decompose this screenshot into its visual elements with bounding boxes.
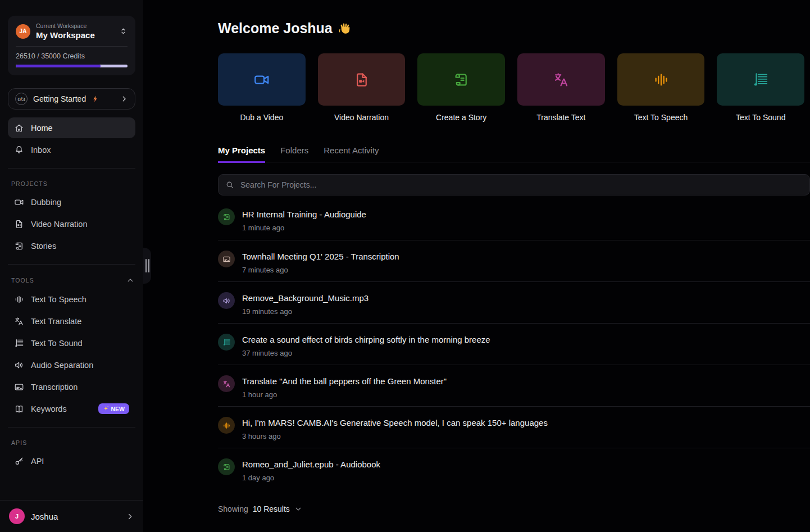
video-camera-icon [14, 197, 24, 207]
translate-icon [553, 71, 570, 88]
sidebar-item-text-to-speech[interactable]: Text To Speech [8, 289, 135, 310]
file-video-icon [353, 71, 370, 88]
lightning-bolt-icon [92, 95, 99, 103]
sidebar-item-api[interactable]: API [8, 451, 135, 471]
sidebar-item-label: Audio Separation [31, 361, 93, 370]
tools-section-header: TOOLS [11, 276, 132, 284]
new-badge-label: NEW [111, 406, 125, 412]
sidebar-item-text-translate[interactable]: Text Translate [8, 311, 135, 331]
user-menu[interactable]: J Joshua [0, 500, 143, 532]
main-content: Welcome Joshua Dub a Video Video Narrati… [143, 0, 810, 532]
sidebar: JA Current Workspace My Workspace 26510 … [0, 0, 143, 532]
quick-action-cards: Dub a Video Video Narration Create a Sto… [218, 53, 804, 122]
sidebar-item-keywords[interactable]: Keywords NEW [8, 398, 135, 419]
project-title: HR Internal Training - Audioguide [242, 207, 366, 219]
bell-icon [14, 145, 24, 155]
unfold-icon [119, 27, 128, 35]
transcription-icon [14, 382, 24, 392]
project-row[interactable]: HR Internal Training - Audioguide 1 minu… [218, 198, 810, 240]
card-text-to-sound[interactable]: Text To Sound [717, 53, 804, 122]
project-title: Translate "And the ball peppers off the … [242, 374, 447, 385]
projects-section-header: PROJECTS [11, 180, 132, 187]
sidebar-item-label: Dubbing [31, 198, 61, 207]
project-row[interactable]: Translate "And the ball peppers off the … [218, 365, 810, 406]
sidebar-item-label: Text To Speech [31, 295, 87, 304]
transcription-icon [218, 251, 235, 267]
speaker-icon [218, 292, 235, 309]
sidebar-item-label: Text To Sound [31, 339, 83, 348]
page-title: Welcome Joshua [218, 20, 810, 37]
file-video-icon [14, 219, 24, 229]
results-count: 10 Results [253, 504, 290, 513]
project-row[interactable]: Hi, I'm MARS! CAMB.AI's Generative Speec… [218, 406, 810, 448]
music-staff-icon [218, 334, 235, 351]
sidebar-item-label: Keywords [31, 404, 67, 413]
project-row[interactable]: Townhall Meeting Q1' 2025 - Transcriptio… [218, 240, 810, 281]
sidebar-item-inbox[interactable]: Inbox [8, 139, 135, 160]
sidebar-item-dubbing[interactable]: Dubbing [8, 192, 135, 212]
tab-my-projects[interactable]: My Projects [218, 145, 265, 163]
tab-folders[interactable]: Folders [280, 145, 308, 163]
project-title: Romeo_and_Juliet.epub - Audiobook [242, 457, 380, 469]
card-translate-text[interactable]: Translate Text [517, 53, 605, 122]
card-label: Create a Story [417, 113, 505, 122]
credits-progress-bar [16, 65, 128, 67]
project-timestamp: 1 hour ago [242, 390, 447, 399]
project-list: HR Internal Training - Audioguide 1 minu… [218, 198, 810, 489]
getting-started-progress-badge: 0/3 [15, 93, 28, 105]
project-timestamp: 37 minutes ago [242, 349, 490, 357]
sidebar-item-text-to-sound[interactable]: Text To Sound [8, 333, 135, 353]
scroll-icon [218, 458, 235, 475]
chevron-right-icon [126, 512, 134, 521]
search-input[interactable] [239, 180, 803, 190]
credits-text: 26510 / 35000 Credits [16, 52, 128, 60]
sidebar-item-audio-separation[interactable]: Audio Separation [8, 354, 135, 375]
translate-icon [218, 375, 235, 392]
workspace-avatar: JA [16, 24, 30, 39]
new-badge: NEW [98, 403, 130, 414]
card-create-a-story[interactable]: Create a Story [417, 53, 505, 122]
getting-started-button[interactable]: 0/3 Getting Started [8, 88, 135, 110]
music-staff-icon [14, 338, 24, 348]
waveform-icon [218, 417, 235, 434]
chevron-up-icon[interactable] [126, 276, 134, 284]
scroll-icon [218, 208, 235, 225]
scroll-icon [14, 241, 24, 251]
scroll-icon [453, 71, 470, 88]
card-video-narration[interactable]: Video Narration [318, 53, 406, 122]
tools-section-label: TOOLS [11, 277, 34, 284]
projects-tabs: My Projects Folders Recent Activity [218, 145, 810, 162]
project-row[interactable]: Create a sound effect of birds chirping … [218, 323, 810, 365]
card-dub-a-video[interactable]: Dub a Video [218, 53, 306, 122]
project-title: Create a sound effect of birds chirping … [242, 333, 490, 344]
project-row[interactable]: Romeo_and_Juliet.epub - Audiobook 1 day … [218, 448, 810, 489]
workspace-name: My Workspace [36, 30, 113, 40]
sidebar-item-video-narration[interactable]: Video Narration [8, 213, 135, 234]
sidebar-item-label: Stories [31, 242, 56, 251]
project-title: Remove_Background_Music.mp3 [242, 291, 368, 302]
chevron-down-icon[interactable] [294, 505, 302, 513]
tab-recent-activity[interactable]: Recent Activity [324, 145, 379, 163]
sidebar-item-transcription[interactable]: Transcription [8, 376, 135, 397]
speaker-icon [14, 360, 24, 370]
workspace-switcher[interactable]: JA Current Workspace My Workspace [16, 22, 128, 40]
card-label: Dub a Video [218, 113, 306, 122]
project-row[interactable]: Remove_Background_Music.mp3 19 minutes a… [218, 281, 810, 323]
credits-progress-fill [16, 65, 101, 67]
project-search-bar [218, 174, 810, 195]
waveform-icon [14, 294, 24, 304]
workspace-card: JA Current Workspace My Workspace 26510 … [8, 16, 135, 75]
sidebar-item-home[interactable]: Home [8, 117, 135, 138]
project-title: Hi, I'm MARS! CAMB.AI's Generative Speec… [242, 416, 548, 427]
results-footer: Showing 10 Results [218, 504, 810, 513]
sidebar-item-stories[interactable]: Stories [8, 235, 135, 256]
project-timestamp: 7 minutes ago [242, 266, 399, 274]
video-camera-icon [253, 71, 270, 88]
sidebar-item-label: Transcription [31, 383, 78, 392]
card-label: Video Narration [318, 113, 406, 122]
sidebar-item-label: Video Narration [31, 220, 88, 229]
card-text-to-speech[interactable]: Text To Speech [617, 53, 705, 122]
waveform-icon [653, 71, 670, 88]
user-avatar: J [9, 508, 25, 524]
divider [16, 46, 128, 47]
